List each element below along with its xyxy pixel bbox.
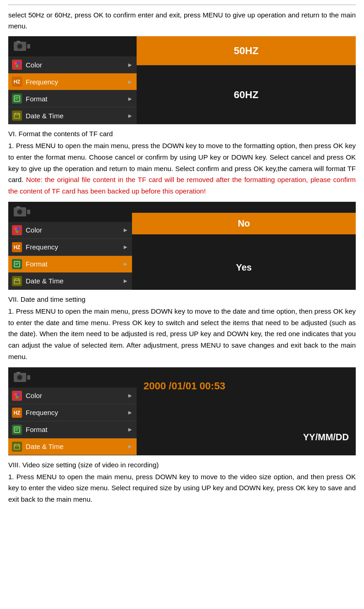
arrow-right-11: ► — [127, 426, 133, 433]
format-icon-2 — [14, 261, 20, 267]
svg-rect-3 — [27, 44, 30, 49]
datetime-label-3: Date & Time — [26, 443, 64, 450]
menu-item-left: Color — [12, 391, 42, 401]
camera-ui-frequency: Color ► HZ Frequency ► Form — [8, 36, 356, 124]
menu-item-format-3[interactable]: Format ► — [8, 421, 137, 438]
menu-panel-2: Color ► HZ Frequency ► Form — [8, 202, 132, 290]
intro-text: select 50Hz or 60Hz, press OK to confirm… — [8, 10, 356, 32]
menu-item-datetime-3[interactable]: Date & Time ► — [8, 438, 137, 455]
section6-heading: VI. Format the contents of TF card — [8, 130, 356, 138]
section7-heading: VII. Date and time setting — [8, 295, 356, 303]
format-label-1: Format — [26, 95, 48, 103]
svg-point-6 — [17, 62, 20, 65]
svg-point-37 — [16, 396, 18, 399]
arrow-right-6: ► — [122, 244, 128, 250]
option-50hz[interactable]: 50HZ — [137, 36, 356, 66]
format-option-yes[interactable]: Yes — [132, 257, 356, 278]
hz-icon-box-2: HZ — [12, 242, 22, 252]
menu-item-color-2[interactable]: Color ► — [8, 222, 132, 239]
color-label-1: Color — [26, 61, 42, 69]
menu-item-left: Format — [12, 94, 48, 104]
arrow-right-1: ► — [127, 61, 133, 68]
svg-point-17 — [18, 210, 22, 214]
menu-item-datetime-1[interactable]: Date & Time ► — [8, 107, 137, 124]
color-icon-box — [12, 60, 22, 70]
svg-point-22 — [16, 230, 18, 233]
format-icon-1 — [14, 95, 20, 102]
svg-point-20 — [14, 227, 17, 230]
menu-item-color-3[interactable]: Color ► — [8, 388, 137, 404]
svg-rect-18 — [27, 210, 30, 214]
arrow-right-10: ► — [127, 409, 133, 416]
color-icon — [14, 61, 20, 68]
color-label-3: Color — [26, 392, 42, 399]
svg-rect-8 — [14, 96, 20, 101]
section8-heading: VIII. Video size setting (size of video … — [8, 461, 356, 469]
arrow-right-5: ► — [122, 227, 128, 233]
datetime-icon-box-2 — [12, 276, 22, 286]
menu-item-frequency-1[interactable]: HZ Frequency ► — [8, 73, 137, 90]
svg-point-32 — [18, 376, 22, 379]
menu-item-left: Format — [12, 259, 48, 269]
frequency-label-1: Frequency — [26, 78, 58, 86]
menu-item-left: HZ Frequency — [12, 242, 58, 252]
menu-item-frequency-2[interactable]: HZ Frequency ► — [8, 239, 132, 256]
svg-rect-33 — [27, 375, 30, 380]
menu-header-1 — [8, 36, 137, 56]
menu-item-frequency-3[interactable]: HZ Frequency ► — [8, 404, 137, 421]
svg-rect-4 — [17, 41, 20, 43]
menu-item-left: Date & Time — [12, 442, 64, 452]
arrow-right-12: ► — [127, 443, 133, 450]
svg-point-21 — [17, 227, 20, 230]
svg-point-2 — [18, 44, 22, 48]
svg-rect-19 — [17, 206, 20, 208]
menu-item-datetime-2[interactable]: Date & Time ► — [8, 273, 132, 290]
svg-point-36 — [17, 393, 20, 396]
color-label-2: Color — [26, 226, 42, 234]
section6-para: 1. Press MENU to open the main menu, pre… — [8, 140, 356, 197]
arrow-right-4: ► — [127, 112, 133, 119]
color-icon-box-3 — [12, 391, 22, 401]
menu-item-left: Format — [12, 425, 48, 435]
format-content-panel: No Yes — [132, 202, 356, 290]
svg-rect-34 — [17, 372, 20, 374]
svg-rect-23 — [14, 261, 20, 267]
svg-rect-11 — [14, 113, 20, 118]
arrow-right-7: ► — [122, 260, 128, 267]
menu-item-format-1[interactable]: Format ► — [8, 90, 137, 107]
menu-item-format-2[interactable]: Format ► — [8, 256, 132, 273]
menu-item-left: HZ Frequency — [12, 77, 58, 87]
color-icon-2 — [14, 227, 20, 233]
svg-rect-38 — [14, 427, 20, 432]
svg-point-7 — [16, 65, 18, 67]
frequency-label-3: Frequency — [26, 409, 58, 416]
camera-icon-1 — [13, 40, 31, 53]
datetime-icon-3 — [14, 443, 20, 450]
menu-panel-1: Color ► HZ Frequency ► Form — [8, 36, 137, 124]
arrow-right-2: ► — [127, 78, 133, 85]
format-icon-box-3 — [12, 425, 22, 435]
svg-rect-26 — [14, 279, 20, 284]
color-icon-3 — [14, 393, 20, 399]
top-divider — [8, 5, 356, 5]
datetime-format-display: YY/MM/DD — [303, 432, 349, 443]
datetime-value-display: 2000 /01/01 00:53 — [143, 380, 349, 392]
camera-ui-datetime: Color ► HZ Frequency ► Form — [8, 367, 356, 455]
frequency-label-2: Frequency — [26, 243, 58, 251]
arrow-right-8: ► — [122, 277, 128, 284]
format-label-3: Format — [26, 426, 48, 433]
svg-point-5 — [14, 62, 17, 65]
menu-item-left: Color — [12, 60, 42, 70]
section7-para: 1. Press MENU to open the main menu, pre… — [8, 306, 356, 363]
section6-note: Note: the original file content in the T… — [8, 176, 356, 195]
hz-icon-box-3: HZ — [12, 408, 22, 418]
arrow-right-3: ► — [127, 95, 133, 102]
menu-item-left: Date & Time — [12, 111, 64, 121]
menu-item-color-1[interactable]: Color ► — [8, 56, 137, 73]
option-60hz[interactable]: 60HZ — [137, 66, 356, 124]
format-option-no[interactable]: No — [132, 213, 356, 234]
hz-icon-box-1: HZ — [12, 77, 22, 87]
menu-item-left: HZ Frequency — [12, 408, 58, 418]
datetime-icon-2 — [14, 278, 20, 284]
camera-ui-format: Color ► HZ Frequency ► Form — [8, 202, 356, 290]
